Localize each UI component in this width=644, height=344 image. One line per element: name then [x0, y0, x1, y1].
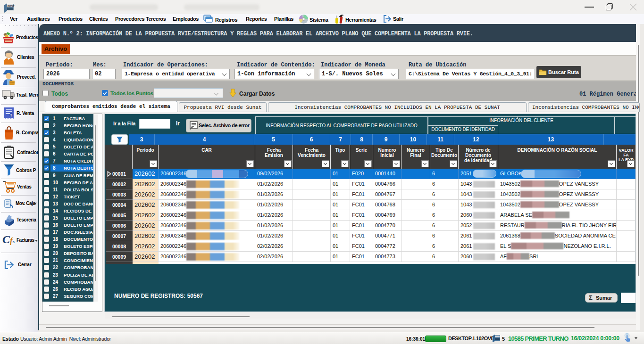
- svg-text:$: $: [10, 114, 12, 117]
- svg-text:GEST: GEST: [8, 5, 15, 8]
